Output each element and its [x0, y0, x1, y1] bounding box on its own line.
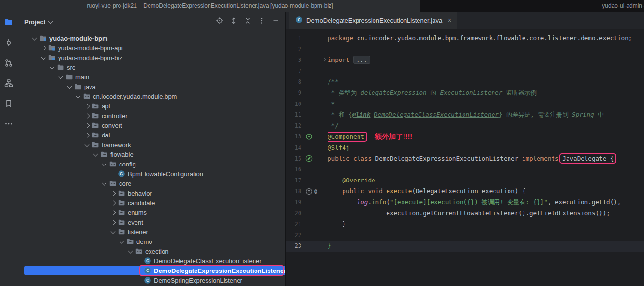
- tree-row[interactable]: event: [17, 217, 285, 227]
- code-line[interactable]: 19 log.info("[execute][execution({}) 被调用…: [286, 197, 644, 208]
- locate-button[interactable]: [216, 18, 224, 26]
- structure-icon: [4, 78, 14, 90]
- svg-text:C: C: [146, 278, 149, 283]
- chevron-down-icon[interactable]: [127, 247, 135, 255]
- chevron-right-icon[interactable]: [109, 218, 117, 226]
- tree-row[interactable]: dal: [17, 130, 285, 140]
- code-line[interactable]: 14@Slf4j: [286, 142, 644, 153]
- override-icon[interactable]: [305, 188, 313, 195]
- tree-row[interactable]: yudao-module-bpm-biz: [17, 53, 285, 62]
- activity-commit-button[interactable]: [2, 37, 15, 50]
- activity-project-button[interactable]: [2, 16, 15, 30]
- chevron-right-icon[interactable]: [83, 102, 91, 110]
- tree-row[interactable]: CBpmFlowableConfiguration: [17, 169, 285, 179]
- chevron-right-icon[interactable]: [83, 131, 91, 139]
- code-line[interactable]: 22: [286, 230, 644, 241]
- code-line-current[interactable]: 23}: [286, 241, 644, 252]
- activity-more-button[interactable]: [2, 118, 15, 132]
- spring-leaf-icon[interactable]: [305, 155, 313, 162]
- chevron-down-icon[interactable]: [57, 73, 65, 81]
- chevron-down-icon[interactable]: [118, 238, 126, 245]
- chevron-down-icon[interactable]: [31, 34, 39, 42]
- code-line[interactable]: 17 @Override: [286, 175, 644, 186]
- tree-row[interactable]: candidate: [17, 198, 285, 208]
- tree-row[interactable]: main: [17, 72, 285, 82]
- code-line[interactable]: 7: [286, 66, 644, 77]
- code-token: ...: [353, 56, 370, 64]
- close-icon[interactable]: ×: [448, 16, 451, 24]
- chevron-right-icon[interactable]: [109, 199, 117, 207]
- tree-row[interactable]: cn.iocoder.yudao.module.bpm: [17, 91, 285, 101]
- tree-row[interactable]: enums: [17, 208, 285, 217]
- code-line[interactable]: 2: [286, 44, 644, 55]
- tree-row[interactable]: config: [17, 159, 285, 169]
- code-line[interactable]: 9 * 类型为 delegateExpression 的 ExecutionLi…: [286, 88, 644, 99]
- tree-row[interactable]: controller: [17, 111, 285, 120]
- more-button[interactable]: [258, 18, 266, 26]
- activity-pull-requests-button[interactable]: [2, 57, 15, 71]
- chevron-right-icon[interactable]: [40, 44, 47, 52]
- hide-button[interactable]: [272, 18, 280, 26]
- code-line[interactable]: 1package cn.iocoder.yudao.module.bpm.fra…: [286, 33, 644, 44]
- spring-bean-icon[interactable]: [305, 133, 313, 140]
- activity-bookmarks-button[interactable]: [2, 98, 15, 111]
- chevron-down-icon[interactable]: [101, 180, 108, 187]
- tree-row[interactable]: api: [17, 101, 285, 111]
- tree-row[interactable]: behavior: [17, 188, 285, 198]
- tree-row[interactable]: convert: [17, 120, 285, 130]
- code-line[interactable]: 20 execution.getCurrentFlowableListener(…: [286, 208, 644, 219]
- code-line[interactable]: 8/**: [286, 76, 644, 88]
- tree-row[interactable]: listener: [17, 227, 285, 237]
- tree-row[interactable]: demo: [17, 237, 285, 246]
- chevron-spacer: [109, 170, 117, 178]
- tree-row[interactable]: framework: [17, 140, 285, 150]
- code-line[interactable]: 15public class DemoDelegateExpressionExe…: [286, 153, 644, 165]
- chevron-down-icon[interactable]: [92, 151, 100, 158]
- tree-row[interactable]: src: [17, 62, 285, 72]
- expand-button[interactable]: [230, 18, 238, 26]
- chevron-down-icon[interactable]: [48, 63, 56, 71]
- chevron-right-icon[interactable]: [83, 121, 91, 129]
- tree-row[interactable]: yudao-module-bpm: [17, 33, 285, 43]
- chevron-right-icon[interactable]: [83, 112, 91, 120]
- code-line[interactable]: 21 }: [286, 219, 644, 230]
- code-line[interactable]: 12 */: [286, 120, 644, 132]
- tree-row[interactable]: CDemoSpringExpressionListener: [17, 275, 285, 285]
- gutter: [301, 44, 328, 55]
- chevron-down-icon[interactable]: [75, 92, 82, 100]
- code-token: @Override: [342, 177, 375, 184]
- code-line[interactable]: 13@Component额外加了!!!!: [286, 131, 644, 142]
- fold-arrow-icon[interactable]: [322, 58, 326, 61]
- chevron-down-icon[interactable]: [40, 54, 47, 61]
- line-number: 16: [286, 164, 301, 175]
- tree-row[interactable]: java: [17, 82, 285, 91]
- tree-row[interactable]: exection: [17, 246, 285, 256]
- tree-item-label: controller: [102, 112, 127, 120]
- tree-row[interactable]: yudao-module-bpm-api: [17, 43, 285, 53]
- tree-row[interactable]: CDemoDelegateClassExecutionListener: [17, 256, 285, 266]
- annotation-at-icon[interactable]: @: [314, 186, 317, 197]
- code-editor[interactable]: 1package cn.iocoder.yudao.module.bpm.fra…: [286, 29, 644, 286]
- editor-tab[interactable]: C DemoDelegateExpressionExecutionListene…: [289, 12, 457, 29]
- activity-structure-button[interactable]: [2, 77, 15, 91]
- package-icon: [126, 238, 135, 245]
- tree-row[interactable]: CDemoDelegateExpressionExecutionListener: [17, 266, 285, 275]
- background-window-titlebar[interactable]: yudao-ui-admin-: [420, 0, 644, 12]
- tree-row[interactable]: flowable: [17, 150, 285, 159]
- chevron-right-icon[interactable]: [109, 189, 117, 197]
- code-text: public class DemoDelegateExpressionExecu…: [328, 153, 644, 165]
- chevron-down-icon[interactable]: [83, 141, 91, 149]
- code-line[interactable]: 16: [286, 164, 644, 175]
- chevron-down-icon[interactable]: [109, 228, 117, 236]
- window-titlebar[interactable]: ruoyi-vue-pro-jdk21 – DemoDelegateExpres…: [0, 0, 420, 12]
- code-line[interactable]: 11 * 和 {@link DemoDelegateClassExecution…: [286, 109, 644, 120]
- chevron-right-icon[interactable]: [109, 209, 117, 216]
- code-line[interactable]: 18@ public void execute(DelegateExecutio…: [286, 186, 644, 197]
- code-line[interactable]: 3import ...: [286, 55, 644, 66]
- tree-row[interactable]: core: [17, 179, 285, 188]
- code-line[interactable]: 10 *: [286, 99, 644, 110]
- collapse-all-button[interactable]: [244, 18, 252, 26]
- chevron-down-icon[interactable]: [101, 160, 108, 168]
- chevron-down-icon[interactable]: [66, 83, 74, 90]
- project-view-selector[interactable]: Project: [24, 18, 53, 26]
